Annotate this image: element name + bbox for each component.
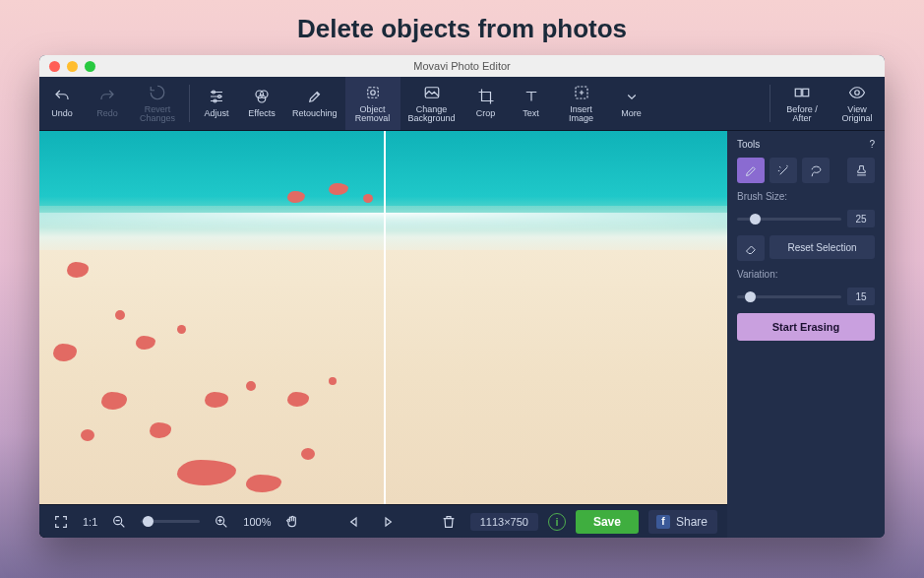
crop-icon: [476, 88, 496, 105]
variation-slider[interactable]: [737, 295, 841, 298]
titlebar: Movavi Photo Editor: [39, 55, 885, 77]
page-headline: Delete objects from photos: [0, 0, 924, 44]
change-bg-label: Change Background: [408, 105, 456, 124]
redo-button[interactable]: Redo: [85, 77, 130, 130]
magic-wand-tool[interactable]: [770, 158, 797, 183]
crop-button[interactable]: Crop: [463, 77, 509, 130]
brush-size-value: 25: [847, 210, 875, 227]
prev-button[interactable]: [342, 510, 366, 534]
before-after-divider[interactable]: [384, 131, 386, 504]
object-removal-button[interactable]: Object Removal: [345, 77, 400, 130]
brush-size-label: Brush Size:: [737, 191, 875, 202]
more-label: More: [621, 109, 642, 118]
before-after-label: Before / After: [786, 105, 818, 124]
crop-label: Crop: [476, 109, 496, 118]
effects-icon: [252, 88, 272, 105]
redo-label: Redo: [96, 109, 118, 118]
eye-icon: [847, 84, 867, 101]
insert-image-icon: [572, 84, 591, 101]
toolbar-separator: [189, 85, 190, 122]
info-button[interactable]: i: [548, 513, 566, 531]
revert-icon: [148, 84, 167, 101]
app-window: Movavi Photo Editor Undo Redo Revert Cha…: [39, 55, 885, 538]
effects-button[interactable]: Effects: [239, 77, 284, 130]
view-original-label: View Original: [841, 105, 872, 124]
tools-panel-title: Tools: [737, 139, 760, 150]
pan-hand-button[interactable]: [280, 510, 304, 534]
svg-point-5: [258, 96, 266, 103]
insert-image-button[interactable]: Insert Image: [554, 77, 609, 130]
fit-one-to-one[interactable]: 1:1: [83, 516, 97, 528]
more-button[interactable]: More: [609, 77, 654, 130]
svg-point-4: [261, 91, 269, 98]
effects-label: Effects: [248, 109, 275, 118]
adjust-icon: [207, 88, 226, 105]
svg-rect-11: [803, 89, 809, 96]
redo-icon: [97, 88, 117, 105]
share-label: Share: [676, 515, 708, 529]
undo-label: Undo: [51, 109, 73, 118]
image-dimensions: 1113×750: [470, 513, 538, 531]
undo-button[interactable]: Undo: [39, 77, 85, 130]
text-button[interactable]: Text: [509, 77, 554, 130]
zoom-slider[interactable]: [141, 520, 200, 523]
retouching-button[interactable]: Retouching: [284, 77, 345, 130]
window-title: Movavi Photo Editor: [39, 60, 885, 72]
text-icon: [522, 88, 541, 105]
chevron-down-icon: [622, 88, 642, 105]
image-canvas[interactable]: [39, 131, 727, 504]
variation-value: 15: [847, 288, 875, 305]
revert-label: Revert Changes: [140, 105, 175, 124]
zoom-in-button[interactable]: [210, 510, 233, 534]
zoom-out-button[interactable]: [107, 510, 131, 534]
variation-label: Variation:: [737, 269, 875, 280]
brush-size-slider[interactable]: [737, 218, 841, 221]
fullscreen-button[interactable]: [49, 510, 73, 534]
svg-rect-6: [367, 87, 378, 97]
start-erasing-button[interactable]: Start Erasing: [737, 313, 875, 341]
revert-changes-button[interactable]: Revert Changes: [130, 77, 185, 130]
object-removal-label: Object Removal: [355, 105, 391, 124]
stamp-tool[interactable]: [847, 158, 875, 183]
svg-point-12: [855, 90, 860, 95]
before-after-button[interactable]: Before / After: [774, 77, 830, 130]
adjust-button[interactable]: Adjust: [194, 77, 239, 130]
next-button[interactable]: [376, 510, 400, 534]
text-label: Text: [523, 109, 539, 118]
toolbar-separator: [770, 85, 770, 122]
brush-tool[interactable]: [737, 158, 765, 183]
adjust-label: Adjust: [204, 109, 228, 118]
workspace: 1:1 100% 1113×750 i Save f Share: [39, 131, 885, 538]
share-button[interactable]: f Share: [648, 510, 717, 534]
object-removal-icon: [363, 84, 383, 101]
insert-image-label: Insert Image: [569, 105, 593, 124]
reset-selection-button[interactable]: Reset Selection: [770, 235, 875, 259]
status-bar: 1:1 100% 1113×750 i Save f Share: [39, 504, 727, 538]
undo-icon: [52, 88, 72, 105]
main-toolbar: Undo Redo Revert Changes Adjust Effects: [39, 77, 885, 131]
eraser-tool[interactable]: [737, 235, 765, 261]
save-button[interactable]: Save: [576, 510, 639, 534]
zoom-percentage: 100%: [243, 516, 271, 528]
svg-rect-10: [795, 89, 801, 96]
before-after-icon: [792, 84, 812, 101]
view-original-button[interactable]: View Original: [830, 77, 885, 130]
change-bg-icon: [422, 84, 442, 101]
svg-point-7: [370, 90, 375, 95]
retouching-icon: [305, 88, 325, 105]
retouching-label: Retouching: [292, 109, 338, 118]
facebook-icon: f: [656, 515, 670, 529]
delete-button[interactable]: [437, 510, 461, 534]
tool-row: [737, 158, 875, 183]
canvas-area: 1:1 100% 1113×750 i Save f Share: [39, 131, 727, 538]
lasso-tool[interactable]: [802, 158, 830, 183]
change-background-button[interactable]: Change Background: [400, 77, 463, 130]
tools-panel: Tools ? Brush Size: 25 Reset Selection V…: [727, 131, 885, 538]
help-button[interactable]: ?: [869, 139, 875, 150]
